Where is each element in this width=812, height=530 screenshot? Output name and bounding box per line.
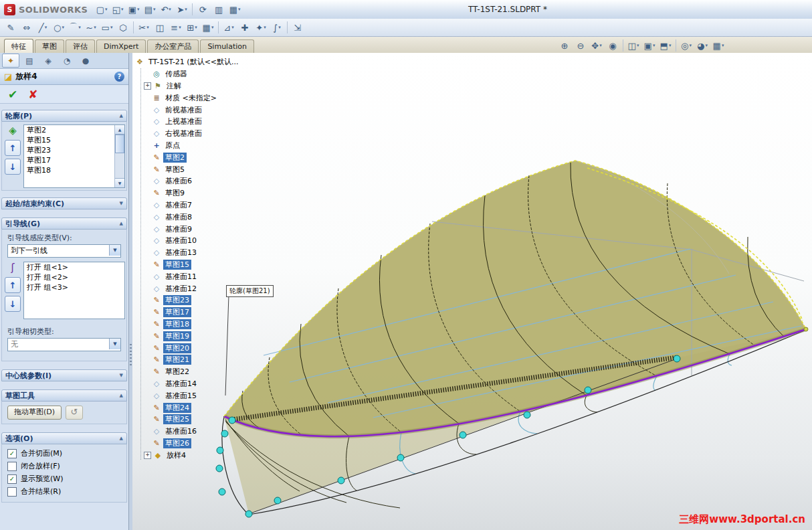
profiles-scrollbar[interactable]: ▲ ▼ — [114, 125, 124, 187]
line-icon[interactable]: ╱▾ — [35, 20, 51, 35]
guide-tangency-dropdown[interactable]: 无 ▼ — [7, 338, 121, 351]
offset-icon[interactable]: ≡▾ — [168, 20, 184, 35]
tree-item[interactable]: ✎草图20 — [135, 342, 259, 354]
profile-list-item[interactable]: 草图17 — [24, 155, 124, 165]
ok-button[interactable]: ✔ — [8, 88, 17, 101]
checkbox[interactable] — [7, 487, 17, 497]
pattern-icon[interactable]: ▦▾ — [200, 20, 216, 35]
appearances-tab[interactable]: ● — [77, 54, 94, 68]
dimxpert-tab[interactable]: ◈ — [39, 54, 57, 68]
rebuild-icon[interactable]: ⟳ — [195, 2, 211, 17]
tab-Simulation[interactable]: Simulation — [200, 39, 254, 53]
tree-item[interactable]: ✎草图15 — [135, 259, 259, 271]
guide-influence-dropdown[interactable]: 到下一引线 ▼ — [7, 244, 121, 258]
section-header-options[interactable]: 选项(O) ▲ — [1, 432, 127, 444]
move-entities-icon[interactable]: ⇲ — [290, 20, 306, 35]
display-relations-icon[interactable]: ⊿▾ — [221, 20, 237, 35]
tree-item[interactable]: +◆放样4 — [135, 449, 259, 461]
tree-item[interactable]: ◇基准面11 — [135, 270, 259, 282]
zoom-area-icon[interactable]: ⊖ — [573, 38, 589, 53]
circle-icon[interactable]: ○▾ — [51, 20, 67, 35]
move-down-button[interactable]: ↓ — [5, 159, 21, 175]
tree-item[interactable]: ◇基准面7 — [135, 199, 259, 211]
rectangle-icon[interactable]: ▭▾ — [99, 20, 115, 35]
tree-item[interactable]: ◇基准面14 — [135, 378, 259, 390]
open-file-icon[interactable]: ◱▾ — [110, 2, 126, 17]
tree-item[interactable]: ◇基准面15 — [135, 389, 259, 402]
tree-item[interactable]: ✎草图19 — [135, 330, 259, 342]
new-file-icon[interactable]: ▢▾ — [94, 2, 110, 17]
select-icon[interactable]: ➤▾ — [174, 2, 190, 17]
scroll-down-icon[interactable]: ▼ — [115, 178, 124, 187]
drag-sketch-button[interactable]: 拖动草图(D) — [7, 406, 62, 420]
scroll-thumb[interactable] — [115, 135, 124, 153]
tree-item[interactable]: ✎草图17 — [135, 306, 259, 319]
guide-up-button[interactable]: ↑ — [5, 277, 21, 293]
trim-icon[interactable]: ✂▾ — [136, 20, 152, 35]
scene-icon[interactable]: ▦▾ — [710, 38, 726, 53]
section-view-icon[interactable]: ◫▾ — [625, 38, 641, 53]
displaymanager-tab[interactable]: ◔ — [58, 54, 76, 68]
tree-item[interactable]: ✎草图26 — [135, 438, 259, 450]
file-properties-icon[interactable]: ▥ — [211, 2, 227, 17]
tree-item[interactable]: ◇基准面16 — [135, 426, 259, 438]
tree-item[interactable]: ✎草图9 — [135, 187, 259, 199]
tree-item[interactable]: ◇基准面13 — [135, 247, 259, 259]
hide-show-icon[interactable]: ◎▾ — [678, 38, 694, 53]
tree-item[interactable]: ✎草图24 — [135, 402, 259, 414]
tree-item[interactable]: ◇上视基准面 — [135, 116, 259, 128]
cancel-button[interactable]: ✘ — [28, 88, 37, 101]
section-header-guides[interactable]: 引导线(G) ▲ — [1, 217, 127, 230]
expand-plus-icon[interactable]: + — [144, 452, 151, 459]
checkbox[interactable]: ✓ — [7, 449, 17, 458]
tree-item[interactable]: ✎草图21 — [135, 354, 259, 366]
tree-item[interactable]: ✎草图18 — [135, 319, 259, 331]
tree-item[interactable]: ◇基准面6 — [135, 175, 259, 187]
repair-sketch-icon[interactable]: ✚ — [237, 20, 253, 35]
tree-item[interactable]: ◇右视基准面 — [135, 128, 259, 140]
arc-icon[interactable]: ⌒▾ — [67, 20, 83, 35]
rotate-view-icon[interactable]: ◉ — [605, 38, 621, 53]
dropdown-arrow-icon[interactable]: ▼ — [109, 245, 120, 256]
view-orientation-icon[interactable]: ▣▾ — [641, 38, 657, 53]
configuration-tab[interactable]: ▤ — [21, 54, 38, 68]
undo-icon[interactable]: ↺ — [66, 406, 83, 420]
tree-item[interactable]: ✎草图25 — [135, 414, 259, 426]
hull-surface[interactable] — [224, 161, 806, 436]
guides-listbox[interactable]: 打开 组<1>打开 组<2>打开 组<3> — [23, 262, 125, 319]
tree-item[interactable]: +⚑注解 — [135, 80, 259, 92]
tab-DimXpert[interactable]: DimXpert — [96, 39, 146, 53]
tree-item[interactable]: ✎草图2 — [135, 151, 259, 163]
guide-list-item[interactable]: 打开 组<3> — [24, 282, 124, 292]
guide-list-item[interactable]: 打开 组<2> — [24, 272, 124, 282]
tree-item[interactable]: ✎草图5 — [135, 163, 259, 175]
spline-tools-icon[interactable]: ∫▾ — [269, 20, 285, 35]
section-header-centerline[interactable]: 中心线参数(I) ▼ — [1, 369, 127, 381]
expand-plus-icon[interactable]: + — [144, 82, 151, 90]
smart-dimension-icon[interactable]: ⇔ — [19, 20, 35, 35]
tree-item[interactable]: ◇前视基准面 — [135, 104, 259, 116]
tree-item[interactable]: ◇基准面9 — [135, 223, 259, 235]
print-icon[interactable]: ▤▾ — [142, 2, 158, 17]
sketch-icon[interactable]: ✎ — [3, 20, 19, 35]
tab-评估[interactable]: 评估 — [66, 39, 95, 53]
tree-item[interactable]: ◎传感器 — [135, 68, 259, 80]
undo-icon[interactable]: ↶▾ — [158, 2, 174, 17]
appearance-icon[interactable]: ◕▾ — [694, 38, 710, 53]
save-icon[interactable]: ▣▾ — [126, 2, 142, 17]
display-style-icon[interactable]: ⬒▾ — [657, 38, 674, 53]
tree-item[interactable]: ◇基准面10 — [135, 235, 259, 247]
graphics-viewport[interactable]: ❖TT-1ST-21 (默认<<默认...◎传感器+⚑注解≣材质 <未指定>◇前… — [132, 53, 812, 530]
tree-item[interactable]: +原点 — [135, 140, 259, 152]
zoom-fit-icon[interactable]: ⊕ — [556, 38, 573, 53]
tree-item[interactable]: ✎草图22 — [135, 366, 259, 378]
profile-list-item[interactable]: 草图23 — [24, 145, 124, 155]
guide-list-item[interactable]: 打开 组<1> — [24, 262, 124, 272]
guide-down-button[interactable]: ↓ — [5, 296, 21, 312]
help-icon[interactable]: ? — [114, 72, 124, 82]
tab-办公室产品[interactable]: 办公室产品 — [147, 39, 199, 53]
propertymanager-tab[interactable]: ✦ — [2, 54, 19, 68]
tab-草图[interactable]: 草图 — [35, 39, 64, 53]
section-header-sketch-tools[interactable]: 草图工具 ▲ — [1, 389, 127, 402]
mirror-icon[interactable]: ⊞▾ — [184, 20, 200, 35]
